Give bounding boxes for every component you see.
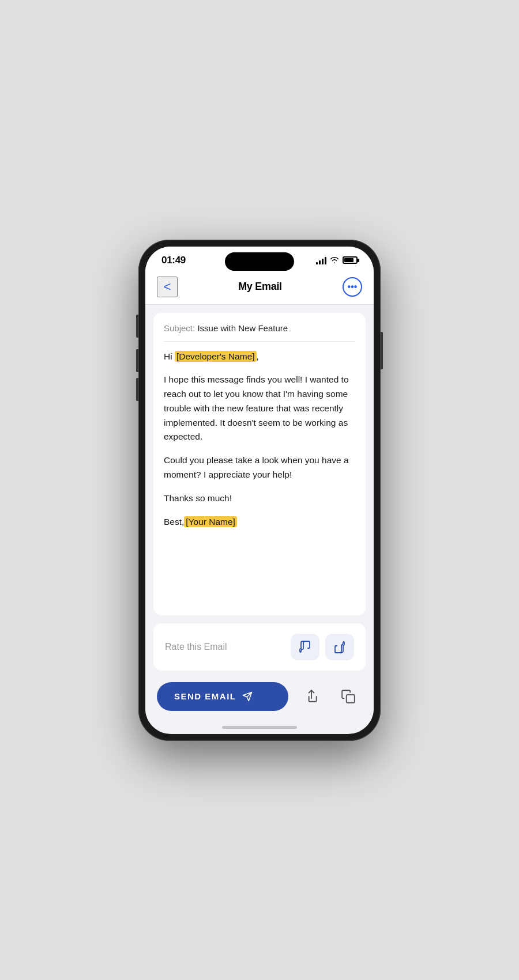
email-para2: Could you please take a look when you ha… xyxy=(164,453,355,482)
notch xyxy=(225,252,294,271)
battery-icon xyxy=(343,256,358,264)
thumbs-up-button[interactable] xyxy=(325,634,354,660)
email-subject: Subject: Issue with New Feature xyxy=(164,323,355,342)
email-greeting: Hi [Developer's Name], xyxy=(164,350,355,364)
subject-label: Subject: xyxy=(164,323,197,333)
phone-device: 01:49 < My Ema xyxy=(138,240,381,741)
email-card: Subject: Issue with New Feature Hi [Deve… xyxy=(153,313,366,615)
status-time: 01:49 xyxy=(161,255,186,266)
page-title: My Email xyxy=(238,281,282,293)
status-bar: 01:49 xyxy=(145,247,374,271)
email-para1: I hope this message finds you well! I wa… xyxy=(164,373,355,444)
copy-icon xyxy=(341,689,356,704)
wifi-icon xyxy=(330,256,339,265)
thumbs-up-icon xyxy=(333,640,347,654)
share-icon xyxy=(304,689,319,704)
thumbs-down-button[interactable] xyxy=(291,634,319,660)
send-icon xyxy=(242,691,253,702)
ellipsis-icon: ••• xyxy=(348,282,358,292)
copy-button[interactable] xyxy=(334,683,362,710)
email-thanks: Thanks so much! xyxy=(164,491,355,506)
developer-placeholder: [Developer's Name] xyxy=(175,351,257,362)
more-button[interactable]: ••• xyxy=(343,277,362,297)
email-body: Hi [Developer's Name], I hope this messa… xyxy=(164,350,355,529)
signal-icon xyxy=(316,256,326,264)
email-closing: Best,[Your Name] xyxy=(164,515,355,529)
status-icons xyxy=(316,256,358,265)
your-name-placeholder: [Your Name] xyxy=(184,516,237,527)
share-button[interactable] xyxy=(298,683,325,710)
subject-value: Issue with New Feature xyxy=(197,323,288,333)
navigation-bar: < My Email ••• xyxy=(145,271,374,305)
email-content-area: Subject: Issue with New Feature Hi [Deve… xyxy=(145,305,374,676)
rate-label: Rate this Email xyxy=(165,642,227,652)
send-email-button[interactable]: SEND EMAIL xyxy=(157,682,288,711)
rate-section: Rate this Email xyxy=(153,623,366,671)
phone-screen: 01:49 < My Ema xyxy=(145,247,374,734)
send-label: SEND EMAIL xyxy=(174,691,236,701)
home-bar xyxy=(222,726,297,729)
bottom-bar: SEND EMAIL xyxy=(145,676,374,721)
thumbs-down-icon xyxy=(298,640,312,654)
home-indicator xyxy=(145,721,374,734)
svg-rect-1 xyxy=(347,694,355,702)
back-button[interactable]: < xyxy=(157,277,178,297)
rate-buttons xyxy=(291,634,354,660)
